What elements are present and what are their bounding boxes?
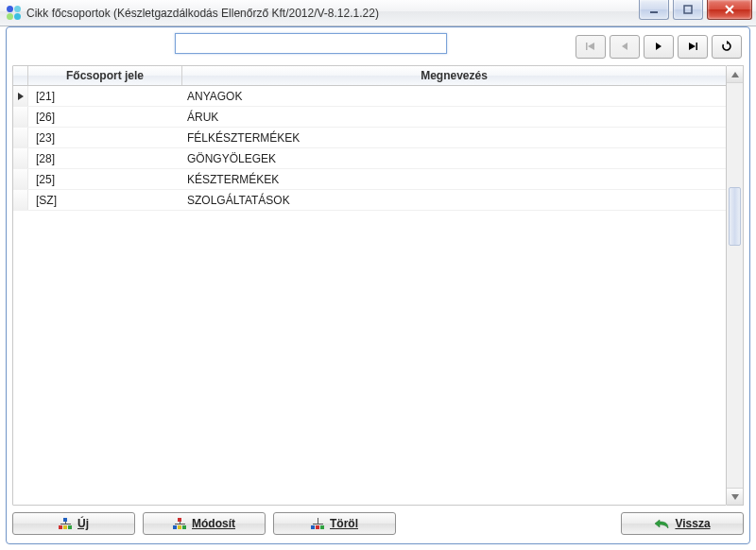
back-button-label: Vissza <box>675 517 710 530</box>
cell-code: [23] <box>28 131 181 145</box>
nav-first-button[interactable] <box>576 35 606 59</box>
vertical-scrollbar[interactable] <box>727 65 744 506</box>
table-row[interactable]: [26]ÁRUK <box>13 107 726 128</box>
row-indicator <box>13 86 28 106</box>
new-icon <box>59 518 72 529</box>
row-indicator <box>13 148 28 168</box>
svg-marker-12 <box>731 72 739 77</box>
svg-marker-13 <box>731 494 739 500</box>
row-indicator <box>13 169 28 189</box>
table-row[interactable]: [28]GÖNGYÖLEGEK <box>13 148 726 169</box>
app-icon <box>6 6 21 21</box>
delete-icon <box>311 518 324 529</box>
back-button[interactable]: Vissza <box>621 512 744 535</box>
modify-icon <box>173 518 186 529</box>
svg-marker-8 <box>689 43 696 50</box>
cell-name: GÖNGYÖLEGEK <box>181 152 726 165</box>
back-icon <box>654 518 669 529</box>
scroll-thumb[interactable] <box>729 187 741 246</box>
cell-code: [25] <box>28 173 181 186</box>
minimize-button[interactable] <box>639 0 669 20</box>
maximize-button[interactable] <box>673 0 703 20</box>
scroll-track[interactable] <box>727 83 743 488</box>
next-icon <box>654 42 663 51</box>
cell-name: ANYAGOK <box>181 90 726 103</box>
svg-marker-5 <box>588 43 594 50</box>
grid-header: Főcsoport jele Megnevezés <box>13 66 726 86</box>
scroll-down-arrow[interactable] <box>727 488 743 505</box>
window-title: Cikk főcsoportok (Készletgazdálkodás Ell… <box>26 7 379 20</box>
close-button[interactable] <box>707 0 752 20</box>
skip-last-icon <box>687 42 698 51</box>
new-button-label: Új <box>77 517 89 530</box>
nav-prev-button[interactable] <box>610 35 640 59</box>
column-header-code[interactable]: Főcsoport jele <box>28 66 182 85</box>
svg-rect-0 <box>650 11 658 13</box>
current-row-pointer-icon <box>17 92 25 101</box>
row-indicator <box>13 107 28 127</box>
nav-last-button[interactable] <box>678 35 708 59</box>
data-grid[interactable]: Főcsoport jele Megnevezés [21]ANYAGOK[26… <box>12 65 727 506</box>
chevron-down-icon <box>731 494 739 500</box>
new-button[interactable]: Új <box>12 512 135 535</box>
cell-name: KÉSZTERMÉKEK <box>181 173 726 186</box>
close-icon <box>723 5 736 14</box>
scroll-up-arrow[interactable] <box>727 66 743 83</box>
maximize-icon <box>682 5 694 14</box>
table-row[interactable]: [23]FÉLKÉSZTERMÉKEK <box>13 128 726 148</box>
cell-code: [21] <box>28 90 181 103</box>
toolbar <box>7 27 749 60</box>
svg-rect-1 <box>684 6 692 13</box>
chevron-up-icon <box>731 72 739 77</box>
modify-button-label: Módosít <box>192 517 235 530</box>
cell-code: [28] <box>28 152 181 165</box>
cell-name: FÉLKÉSZTERMÉKEK <box>181 131 726 145</box>
skip-first-icon <box>585 42 596 51</box>
svg-marker-11 <box>18 93 24 100</box>
row-indicator <box>13 128 28 147</box>
nav-next-button[interactable] <box>644 35 674 59</box>
modify-button[interactable]: Módosít <box>143 512 266 535</box>
column-header-name[interactable]: Megnevezés <box>182 66 726 85</box>
table-area: Főcsoport jele Megnevezés [21]ANYAGOK[26… <box>12 65 744 506</box>
delete-button-label: Töröl <box>330 517 358 530</box>
delete-button[interactable]: Töröl <box>273 512 396 535</box>
table-row[interactable]: [21]ANYAGOK <box>13 86 726 107</box>
svg-marker-7 <box>656 43 662 50</box>
row-indicator <box>13 190 28 210</box>
window-controls <box>639 0 752 20</box>
table-row[interactable]: [25]KÉSZTERMÉKEK <box>13 169 726 190</box>
titlebar: Cikk főcsoportok (Készletgazdálkodás Ell… <box>0 0 756 26</box>
cell-name: SZOLGÁLTATÁSOK <box>181 194 726 207</box>
svg-rect-4 <box>586 43 588 50</box>
search-input[interactable] <box>175 33 447 54</box>
cell-name: ÁRUK <box>181 111 726 124</box>
svg-rect-9 <box>696 43 698 50</box>
cell-code: [SZ] <box>28 194 181 207</box>
refresh-icon <box>721 41 732 52</box>
nav-refresh-button[interactable] <box>712 35 742 59</box>
prev-icon <box>620 42 629 51</box>
cell-code: [26] <box>28 111 181 124</box>
record-nav <box>576 35 742 59</box>
bottom-toolbar: Új Módosít <box>12 509 744 538</box>
client-area: Főcsoport jele Megnevezés [21]ANYAGOK[26… <box>6 26 750 544</box>
table-row[interactable]: [SZ]SZOLGÁLTATÁSOK <box>13 190 726 211</box>
svg-marker-6 <box>622 43 627 50</box>
minimize-icon <box>648 5 660 14</box>
